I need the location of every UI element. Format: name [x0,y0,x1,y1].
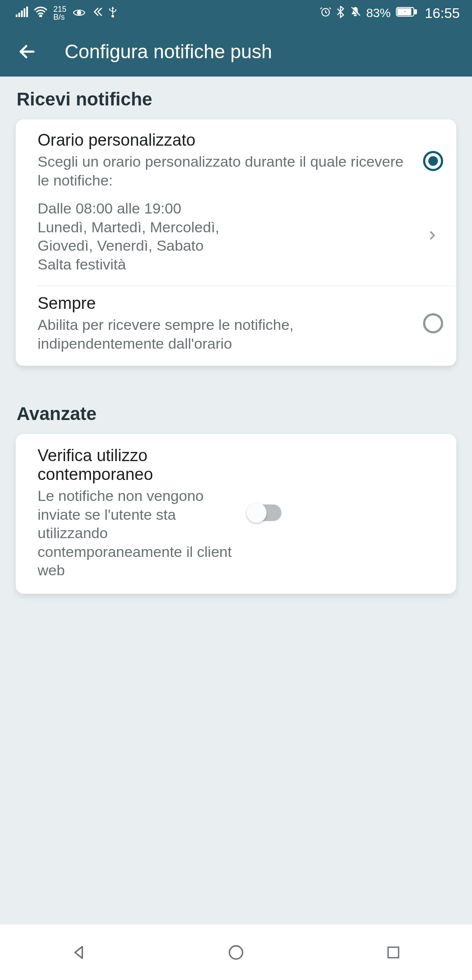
section-advanced-title: Avanzate [17,403,472,424]
eye-icon [73,7,86,20]
option-always[interactable]: Sempre Abilita per ricevere sempre le no… [16,286,456,366]
nav-recent-icon[interactable] [383,942,404,963]
status-left: 215 B/s [16,5,117,21]
schedule-time: Dalle 08:00 alle 19:00 [38,199,421,218]
option-always-title: Sempre [38,294,414,313]
row-concurrent-check[interactable]: Verifica utilizzo contemporaneo Le notif… [16,434,456,594]
content: Ricevi notifiche Orario personalizzato S… [0,89,472,594]
svg-point-15 [229,946,243,959]
system-nav-bar [0,924,472,980]
svg-rect-4 [26,7,28,17]
nav-back-icon[interactable] [68,942,89,963]
svg-rect-9 [354,14,357,16]
card-schedule-options: Orario personalizzato Scegli un orario p… [16,119,456,366]
option-always-desc: Abilita per ricevere sempre le notifiche… [38,315,414,353]
mute-icon [350,6,361,21]
concurrent-desc: Le notifiche non vengono inviate se l'ut… [38,486,239,580]
usb-icon [108,6,117,21]
svg-rect-2 [21,10,23,17]
nav-home-icon[interactable] [226,942,246,963]
net-speed: 215 B/s [53,5,66,21]
radio-custom[interactable] [423,151,443,171]
svg-rect-13 [415,10,416,14]
schedule-detail-row[interactable]: Dalle 08:00 alle 19:00 Lunedì, Martedì, … [16,199,456,286]
alarm-icon [320,6,331,21]
option-custom-title: Orario personalizzato [38,131,414,150]
bluetooth-icon [337,6,344,21]
svg-point-6 [77,11,81,14]
svg-point-7 [111,15,114,18]
concurrent-title: Verifica utilizzo contemporaneo [38,446,239,484]
svg-rect-3 [24,8,25,17]
schedule-days: Lunedì, Martedì, Mercoledì, Giovedì, Ven… [38,218,265,255]
svg-rect-16 [388,947,399,958]
svg-rect-0 [16,14,17,17]
option-custom-desc: Scegli un orario personalizzato durante … [38,152,414,189]
svg-point-5 [40,15,42,17]
page-title: Configura notifiche push [65,41,272,63]
app-bar: Configura notifiche push [0,26,472,77]
wifi-icon [34,7,47,20]
back-button[interactable] [17,41,38,62]
schedule-holiday: Salta festività [38,255,421,274]
battery-percent: 83% [366,6,391,20]
signal-icon [16,7,28,20]
section-receive-title: Ricevi notifiche [17,89,472,110]
clock: 16:55 [425,5,460,21]
switch-concurrent[interactable] [247,504,281,521]
radio-always[interactable] [423,313,443,333]
card-advanced: Verifica utilizzo contemporaneo Le notif… [16,434,456,594]
svg-rect-1 [18,13,20,17]
status-bar: 215 B/s 83% 16:55 [0,0,472,26]
chevron-right-icon [421,227,443,246]
battery-icon [396,7,417,20]
status-right: 83% 16:55 [320,5,460,21]
chevrons-icon [92,7,102,20]
option-custom-schedule[interactable]: Orario personalizzato Scegli un orario p… [16,119,456,199]
